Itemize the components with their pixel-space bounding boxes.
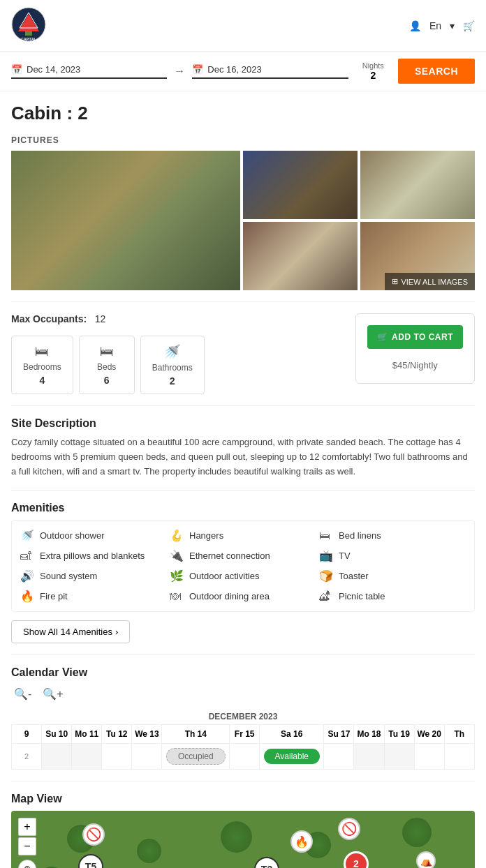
photo-5[interactable]: ⊞ VIEW ALL IMAGES [360, 222, 475, 290]
bathrooms-value: 2 [170, 375, 175, 387]
amenity-label-11: Picnic table [339, 591, 385, 601]
amenity-label-10: Outdoor dining area [189, 591, 270, 601]
calendar-table: DECEMBER 2023 9Su 10Mo 11Tu 12We 13Th 14… [11, 709, 475, 770]
calendar-to-icon: 📅 [192, 64, 203, 75]
site-desc-title: Site Description [11, 417, 475, 430]
lang-selector[interactable]: En [429, 20, 441, 31]
cal-header-9: Mo 18 [354, 725, 384, 744]
amenity-icon-1: 🪝 [170, 529, 184, 542]
cal-occupied-1 [42, 744, 72, 770]
amenity-icon-2: 🛏 [319, 530, 333, 542]
price-value: $45 [392, 360, 408, 371]
bedrooms-value: 4 [39, 375, 45, 386]
date-from-value[interactable]: Dec 14, 2023 [27, 64, 80, 75]
no-entry-1: 🚫 [82, 823, 105, 846]
amenity-icon-0: 🚿 [20, 529, 34, 542]
amenity-item-7: 🌿Outdoor activities [170, 569, 316, 583]
map-zoom-out-button[interactable]: − [18, 837, 36, 855]
amenities-grid: 🚿Outdoor shower🪝Hangers🛏Bed linens🛋Extra… [11, 520, 475, 612]
logo[interactable]: CAPITAL [11, 7, 46, 44]
photo-4[interactable] [243, 222, 358, 290]
bedrooms-box: 🛏 Bedrooms 4 [11, 336, 73, 394]
pictures-label: PICTURES [11, 135, 475, 145]
arrow-icon: → [174, 65, 185, 77]
cal-empty-3 [230, 744, 260, 770]
cart-btn-icon: 🛒 [377, 332, 388, 342]
site-desc-text: Cozy family cottage situated on a beauti… [11, 435, 475, 479]
tree-3 [221, 821, 252, 853]
cal-header-0: 9 [12, 725, 42, 744]
user-icon[interactable]: 👤 [409, 20, 421, 31]
nights-label: Nights [362, 61, 384, 70]
amenity-item-6: 🔊Sound system [20, 569, 167, 583]
amenity-icon-9: 🔥 [20, 590, 34, 603]
header: CAPITAL 👤 En ▾ 🛒 [0, 0, 486, 52]
amenity-item-8: 🍞Toaster [319, 569, 466, 583]
zoom-in-button[interactable]: 🔍+ [40, 684, 66, 703]
cal-empty-2 [132, 744, 162, 770]
svg-rect-3 [25, 31, 32, 36]
photo-3[interactable] [360, 151, 475, 219]
amenity-icon-7: 🌿 [170, 569, 184, 583]
marker-T3: T3 ⛺ [254, 857, 279, 868]
amenity-label-2: Bed linens [339, 530, 381, 541]
bedrooms-label: Bedrooms [23, 362, 61, 372]
amenity-label-7: Outdoor activities [189, 571, 259, 581]
amenity-icon-11: 🏕 [319, 590, 333, 603]
beds-icon: 🛏 [100, 343, 114, 359]
bathrooms-label: Bathrooms [152, 363, 193, 373]
max-occupants-label: Max Occupants: [11, 313, 87, 324]
marker-2: 2 ⛺ [344, 851, 369, 868]
main-photo[interactable] [11, 151, 240, 290]
amenity-label-3: Extra pillows and blankets [40, 551, 145, 561]
cart-icon[interactable]: 🛒 [463, 20, 475, 31]
date-to-input[interactable]: 📅 Dec 16, 2023 [192, 64, 348, 79]
amenity-item-4: 🔌Ethernet connection [170, 549, 316, 562]
map-compass-button[interactable]: ⊕ [18, 860, 36, 868]
cal-header-5: Th 14 [162, 725, 230, 744]
marker-2-circle: 2 [344, 851, 369, 868]
view-all-overlay[interactable]: ⊞ VIEW ALL IMAGES [385, 273, 475, 290]
cal-header-3: Tu 12 [102, 725, 132, 744]
pictures-section: PICTURES ⊞ VIEW ALL IMAGES [0, 135, 486, 301]
chevron-down-icon[interactable]: ▾ [450, 20, 455, 31]
zoom-out-button[interactable]: 🔍- [11, 684, 34, 703]
date-to-value[interactable]: Dec 16, 2023 [207, 64, 261, 75]
cal-header-7: Sa 16 [260, 725, 324, 744]
amenity-item-5: 📺TV [319, 549, 466, 562]
site-description: Site Description Cozy family cottage sit… [0, 406, 486, 490]
map-zoom-in-button[interactable]: + [18, 818, 36, 836]
pictures-grid: ⊞ VIEW ALL IMAGES [11, 151, 475, 290]
photo-2[interactable] [243, 151, 358, 219]
amenities-boxes: 🛏 Bedrooms 4 🛏 Beds 6 🚿 Bathrooms 2 [11, 336, 355, 394]
grid-icon: ⊞ [392, 277, 398, 286]
tree-2 [137, 839, 161, 863]
amenity-item-2: 🛏Bed linens [319, 529, 466, 542]
date-from-input[interactable]: 📅 Dec 14, 2023 [11, 64, 167, 79]
svg-text:CAPITAL: CAPITAL [21, 37, 36, 41]
map-container[interactable]: + − ⊕ 🚫 🚫 🔥 ⛺ T5 ⛺ T4 ⛺ T3 ⛺ 2 ⛺ [11, 811, 475, 868]
cal-occupied-3 [354, 744, 384, 770]
cal-empty-5 [414, 744, 444, 770]
bedrooms-icon: 🛏 [35, 343, 49, 359]
amenity-item-0: 🚿Outdoor shower [20, 529, 167, 542]
max-occupants-value: 12 [95, 313, 106, 324]
picnic-marker: ⛺ [416, 851, 436, 868]
search-button[interactable]: SEARCH [398, 59, 475, 84]
cal-header-11: We 20 [414, 725, 444, 744]
amenity-label-8: Toaster [339, 571, 369, 581]
amenity-item-9: 🔥Fire pit [20, 590, 167, 603]
beds-value: 6 [104, 375, 110, 386]
no-entry-2: 🚫 [338, 818, 360, 840]
calendar-from-icon: 📅 [11, 64, 22, 75]
calendar-row: 2 Occupied Available [12, 744, 475, 770]
view-all-label[interactable]: VIEW ALL IMAGES [401, 278, 468, 286]
calendar-controls: 🔍- 🔍+ [11, 684, 475, 703]
add-to-cart-button[interactable]: 🛒 ADD TO CART [367, 325, 463, 349]
amenity-label-1: Hangers [189, 530, 223, 541]
show-all-amenities-button[interactable]: Show All 14 Amenities › [11, 620, 130, 643]
amenity-icon-5: 📺 [319, 549, 333, 562]
cal-empty-1 [102, 744, 132, 770]
show-all-label: Show All 14 Amenities [23, 627, 112, 637]
cal-header-8: Su 17 [324, 725, 354, 744]
